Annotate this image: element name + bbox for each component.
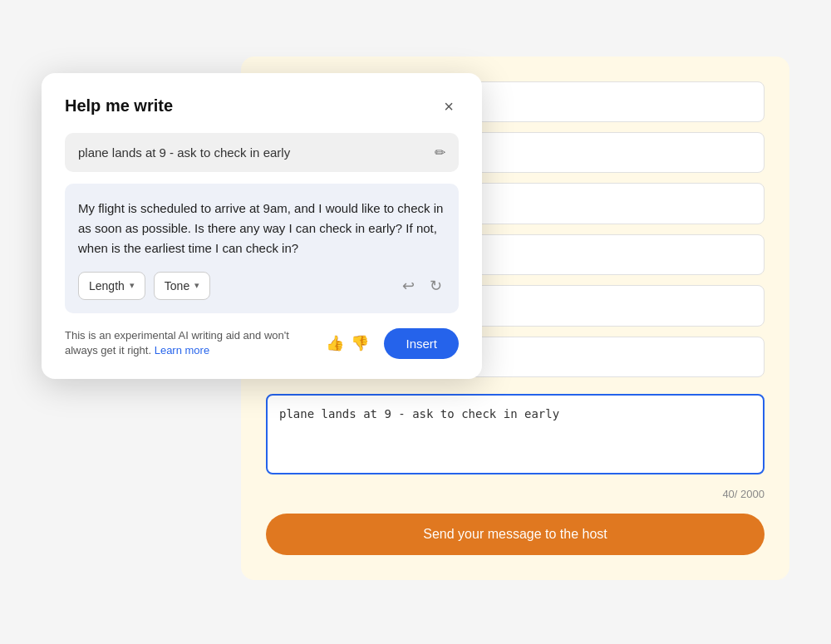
edit-icon[interactable]: ✏	[435, 145, 445, 160]
modal-header: Help me write ×	[65, 96, 459, 116]
thumbs-down-button[interactable]: 👎	[349, 332, 371, 354]
length-chevron-icon: ▾	[130, 280, 135, 291]
thumbs-up-button[interactable]: 👍	[324, 332, 346, 354]
char-count: 40/ 2000	[266, 488, 765, 500]
disclaimer-text: This is an experimental AI writing aid a…	[65, 328, 317, 358]
learn-more-link[interactable]: Learn more	[155, 344, 209, 356]
close-button[interactable]: ×	[439, 96, 459, 116]
prompt-text: plane lands at 9 - ask to check in early	[78, 145, 290, 160]
controls-row: Length ▾ Tone ▾ ↩ ↻	[78, 272, 445, 300]
message-textarea[interactable]: plane lands at 9 - ask to check in early	[266, 394, 765, 474]
generated-box: My flight is scheduled to arrive at 9am,…	[65, 184, 459, 313]
modal-title: Help me write	[65, 96, 173, 116]
prompt-box: plane lands at 9 - ask to check in early…	[65, 133, 459, 172]
generated-text: My flight is scheduled to arrive at 9am,…	[78, 199, 445, 258]
tone-dropdown[interactable]: Tone ▾	[154, 272, 210, 300]
send-button[interactable]: Send your message to the host	[266, 514, 765, 555]
tone-label: Tone	[165, 279, 189, 293]
length-dropdown[interactable]: Length ▾	[78, 272, 145, 300]
modal-footer: This is an experimental AI writing aid a…	[65, 328, 459, 359]
undo-button[interactable]: ↩	[399, 273, 418, 298]
refresh-button[interactable]: ↻	[426, 273, 445, 298]
help-me-write-modal: Help me write × plane lands at 9 - ask t…	[42, 73, 482, 379]
length-label: Length	[89, 279, 125, 293]
thumb-group: 👍 👎	[324, 332, 371, 354]
tone-chevron-icon: ▾	[194, 280, 199, 291]
insert-button[interactable]: Insert	[384, 328, 459, 359]
